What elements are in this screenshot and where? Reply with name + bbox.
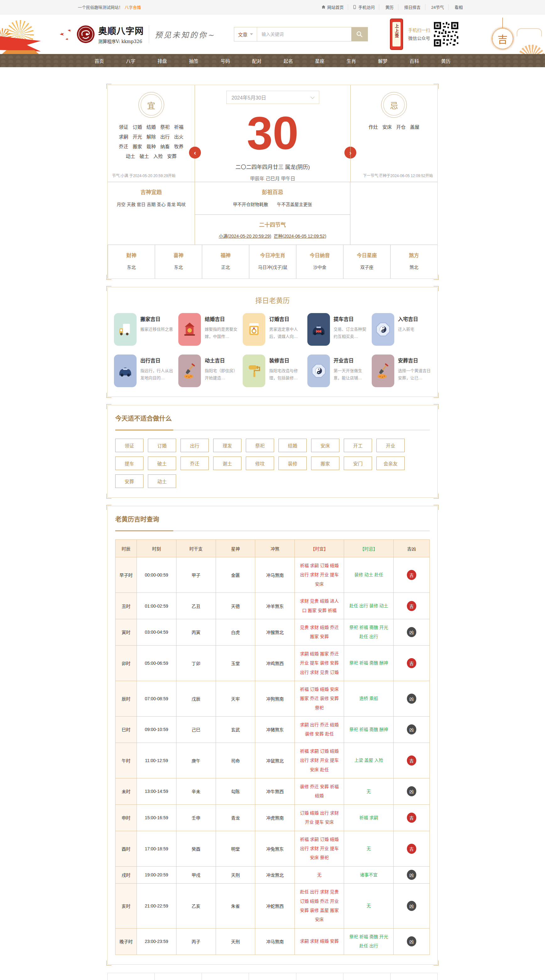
activity-tag-button[interactable]: 装修 — [278, 457, 307, 470]
search-button[interactable] — [351, 27, 368, 41]
auspicious-day-card[interactable]: 装修吉日 指阳宅改造与修理，包括装修… — [243, 355, 302, 387]
activity-tag-button[interactable]: 安门 — [344, 457, 372, 470]
activity-tag-button[interactable]: 提车 — [115, 457, 143, 470]
nav-item[interactable]: 起名 — [281, 57, 296, 64]
cell-time: 07:00-08:59 — [137, 681, 176, 716]
topbar-link[interactable]: 24节气 — [425, 4, 449, 10]
cell-chongsha: 冲鸡煞西 — [255, 645, 295, 681]
activity-tag-button[interactable]: 搬家 — [311, 457, 339, 470]
cell-luck: 凶 — [393, 866, 429, 883]
nav-item[interactable]: 星座 — [313, 57, 327, 64]
site-logo[interactable]: 奥顺八字网 测算程序V: kkmp326 — [76, 24, 144, 44]
day-link[interactable]: 5月6日黄历 — [343, 973, 391, 980]
nav-item[interactable]: 生肖 — [344, 57, 359, 64]
site-tagline: 预见未知的你~ — [155, 29, 215, 40]
activity-tag-button[interactable]: 谢土 — [213, 457, 242, 470]
dragon-seal-icon — [76, 25, 95, 44]
nav-item[interactable]: 黄历 — [439, 57, 453, 64]
vertical-divider — [149, 25, 149, 43]
day-link[interactable]: 5月2日黄历 — [154, 973, 202, 980]
auspicious-day-card[interactable]: 动土吉日 指阳宅（即住房）开始建造… — [178, 355, 238, 387]
auspicious-day-card[interactable]: 出行吉日 指远行，行人从出发地向目的… — [114, 355, 173, 387]
suitable-panel: 宜 领证订婚结婚祭祀祈福求嗣开光解除出行出火乔迁搬家栽种纳畜牧养动土破土入殓安葬… — [108, 85, 195, 182]
day-link[interactable]: 5月1日黄历 — [107, 973, 155, 980]
solar-term-link[interactable]: 芒种(2024-06-05 12:09:52) — [274, 233, 326, 239]
luck-badge: 吉 — [407, 756, 416, 765]
cell-star: 司命 — [216, 743, 255, 778]
activity-tag-button[interactable]: 破土 — [148, 457, 176, 470]
solar-term-link[interactable]: 小满(2024-05-20 20:59:29) — [219, 233, 271, 239]
auspicious-day-card[interactable]: 搬家吉日 搬家迁移住所之意 — [114, 313, 173, 346]
table-row: 寅时 03:00-04:59 丙寅 白虎 冲猴煞北 见贵 求财 结婚 乔迁 搬家… — [116, 619, 430, 645]
auspicious-day-title: 入宅吉日 — [398, 315, 418, 323]
activity-tag-button[interactable]: 会亲友 — [377, 457, 405, 470]
nav-item[interactable]: 抽签 — [186, 57, 201, 64]
auspicious-day-title: 搬家吉日 — [140, 315, 173, 323]
nav-item[interactable]: 配对 — [249, 57, 264, 64]
cell-ganzhi: 壬申 — [176, 805, 216, 831]
auspicious-day-card[interactable]: 订婚吉日 男家选定意中人后，请媒人向… — [243, 313, 302, 346]
day-info-value: 沙中金 — [296, 264, 343, 270]
cell-luck: 凶 — [393, 884, 429, 929]
activity-tag-button[interactable]: 开业 — [377, 439, 405, 452]
activity-tag-button[interactable]: 理发 — [213, 439, 242, 452]
activity-tag-button[interactable]: 安葬 — [115, 474, 143, 488]
auspicious-day-card[interactable]: 入宅吉日 迁入新宅 — [372, 313, 431, 346]
auspicious-day-card[interactable]: 结婚吉日 嫁娶指的是男娶女嫁，中国传… — [178, 313, 238, 346]
nav-item[interactable]: 百科 — [407, 57, 422, 64]
activity-tag-button[interactable]: 领证 — [115, 439, 143, 452]
cell-avoid: 祭祀 祈福 斋醮 开光 赴任 出行 — [344, 928, 393, 955]
auspicious-day-title: 安葬吉日 — [398, 356, 431, 364]
activity-tag-button[interactable]: 订婚 — [148, 439, 176, 452]
site-note: 一个民俗趣味测试网站！八字合婚 — [78, 4, 141, 10]
activity-tag-button[interactable]: 出行 — [181, 439, 209, 452]
auspicious-day-card[interactable]: 开业吉日 第一天开张做生意，能让店铺… — [307, 355, 367, 387]
nav-item[interactable]: 八字 — [123, 57, 138, 64]
activity-tag-button[interactable]: 祭祀 — [246, 439, 274, 452]
cell-chongsha: 冲蛇煞西 — [255, 884, 295, 929]
cell-star: 青龙 — [216, 805, 255, 831]
topbar-link[interactable]: 择日择吉 — [399, 4, 425, 10]
day-info-value: 东北 — [155, 264, 202, 270]
auspicious-day-card[interactable]: 提车吉日 交易、订立各种契约互相买卖… — [307, 313, 367, 346]
topbar-link[interactable]: 网站首页 — [317, 4, 348, 10]
date-dropdown[interactable]: 2024年5月30日 — [226, 91, 319, 104]
nav-item[interactable]: 号码 — [218, 57, 232, 64]
suitable-word: 领证 — [119, 123, 128, 130]
activity-tag-button[interactable]: 开工 — [344, 439, 372, 452]
marriage-match-link[interactable]: 八字合婚 — [125, 5, 141, 10]
activity-tag-button[interactable]: 修坟 — [246, 457, 274, 470]
nav-item[interactable]: 解梦 — [375, 57, 390, 64]
day-link[interactable]: 5月4日黄历 — [249, 973, 296, 980]
activity-tag-button[interactable]: 动土 — [148, 474, 176, 488]
nav-item[interactable]: 排盘 — [155, 57, 170, 64]
cell-avoid: 祭祀 祈福 斋醮 酬神 — [344, 645, 393, 681]
activity-tag-button[interactable]: 乔迁 — [181, 457, 209, 470]
cell-star: 朱雀 — [216, 884, 255, 929]
day-link[interactable]: 5月3日黄历 — [202, 973, 249, 980]
knot-string-icon — [502, 18, 503, 28]
day-info-value: 马日冲(戊子)鼠 — [249, 264, 296, 270]
cell-time: 19:00-20:59 — [137, 866, 176, 883]
cell-ganzhi: 丙子 — [176, 928, 216, 955]
search-category-select[interactable]: 文章 — [234, 27, 257, 41]
prev-day-button[interactable]: ‹ — [189, 146, 201, 159]
topbar-link[interactable]: 黄历 — [379, 4, 398, 10]
activity-tag-button[interactable]: 安床 — [311, 439, 339, 452]
auspicious-day-icon — [307, 313, 330, 346]
topbar-link[interactable]: 看相 — [449, 4, 467, 10]
auspicious-day-card[interactable]: 安葬吉日 选择一个黄道吉日安葬，让已… — [372, 355, 431, 387]
activity-tag-button[interactable]: 结婚 — [278, 439, 307, 452]
suitable-word: 搬家 — [132, 143, 142, 150]
auspicious-day-icon — [178, 355, 201, 387]
day-link[interactable]: 5月7日黄历 — [390, 973, 438, 980]
col-header-star: 星神 — [216, 540, 255, 557]
search-input[interactable] — [257, 27, 351, 41]
luck-badge: 凶 — [407, 870, 416, 880]
fortune-stick-text: 上上签 — [394, 24, 400, 38]
nav-item[interactable]: 首页 — [92, 57, 106, 64]
day-link[interactable]: 5月5日黄历 — [296, 973, 343, 980]
search-bar: 文章 — [234, 27, 368, 41]
cell-luck: 吉 — [393, 645, 429, 681]
topbar-link[interactable]: 手机访问 — [348, 4, 379, 10]
